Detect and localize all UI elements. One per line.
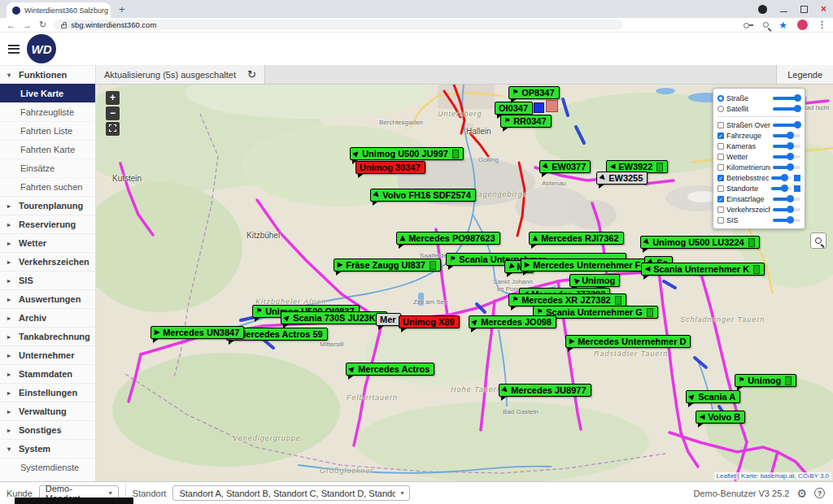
sidebar-section-system[interactable]: ▾System	[0, 439, 95, 458]
layer-row-einsatzlage[interactable]: ✓Einsatzlage	[717, 193, 800, 204]
checkbox-einsatzlage[interactable]: ✓	[717, 196, 724, 202]
app-logo[interactable]: WD	[27, 34, 56, 63]
extra-toggle-square[interactable]	[794, 175, 800, 181]
vehicle-label-unimog-30347[interactable]: Unimog 30347	[355, 161, 425, 174]
sidebar-item-fahrten-karte[interactable]: Fahrten Karte	[0, 140, 95, 159]
vehicle-label-mercedes-xr-jz7382[interactable]: ⚑Mercedes XR JZ7382	[508, 293, 626, 306]
opacity-slider[interactable]	[773, 97, 800, 100]
vehicle-label-mercedes-ju8977[interactable]: ▶Mercedes JU8977	[499, 384, 591, 397]
sidebar-section-archiv[interactable]: ▸Archiv	[0, 308, 95, 327]
checkbox-verkehrszeichen[interactable]	[717, 206, 724, 213]
back-icon[interactable]: ←	[7, 20, 15, 30]
opacity-slider[interactable]	[773, 208, 800, 211]
vehicle-label-unimog[interactable]: ⚑Unimog	[735, 374, 796, 387]
einsatz-zone-marker[interactable]	[546, 100, 558, 112]
vehicle-label-unimog-u500-ju997[interactable]: ▶Unimog U500 JU997	[350, 147, 464, 160]
sidebar-section-stammdaten[interactable]: ▸Stammdaten	[0, 364, 95, 383]
forward-icon[interactable]: →	[23, 20, 32, 30]
gear-icon[interactable]: ⚙	[796, 488, 807, 499]
sidebar-item-fahrten-liste[interactable]: Fahrten Liste	[0, 121, 95, 140]
legend-button[interactable]: Legende	[776, 65, 833, 84]
checkbox-standorte[interactable]	[717, 185, 724, 192]
help-icon[interactable]: ?	[814, 488, 825, 498]
sidebar-section-tankabrechnung[interactable]: ▸Tankabrechnung	[0, 327, 95, 345]
layer-row-stra-en-overlay[interactable]: Straßen Overlay	[717, 119, 800, 130]
sidebar-item-fahrten-suchen[interactable]: Fahrten suchen	[0, 177, 95, 196]
vehicle-label-unimog-u500-lu3224[interactable]: ▶Unimog U500 LU3224	[640, 236, 760, 249]
vehicle-label-mercedes-po987623[interactable]: ▶Mercedes PO987623	[396, 232, 500, 245]
radio-satellit[interactable]	[717, 106, 724, 112]
live-map[interactable]: HalleinGollingKufsteinKitzbühelSaalfelde…	[96, 85, 833, 481]
sidebar-section-wetter[interactable]: ▸Wetter	[0, 233, 95, 252]
vehicle-label-scania-730s-ju23ku[interactable]: ▶Scania 730S JU23KU	[281, 311, 387, 324]
refresh-icon[interactable]: ↻	[247, 68, 256, 80]
opacity-slider[interactable]	[773, 145, 800, 148]
vehicle-label-mercedes-un3847[interactable]: ▶Mercedes UN3847	[150, 326, 244, 339]
layer-row-kameras[interactable]: Kameras	[717, 141, 800, 151]
browser-menu-icon[interactable]: ⋮	[818, 20, 826, 30]
standort-select[interactable]: Standort A, Standort B, Standort C, Stan…	[172, 485, 410, 501]
checkbox-sis[interactable]	[717, 217, 724, 224]
new-tab-button[interactable]: +	[119, 3, 125, 15]
vehicle-label-oi0347[interactable]: OI0347	[495, 102, 533, 115]
opacity-slider[interactable]	[773, 198, 800, 201]
sidebar-section-verkehrszeichen[interactable]: ▸Verkehrszeichen	[0, 252, 95, 271]
vehicle-label-ew3255[interactable]: ▶EW3255	[596, 172, 648, 185]
map-search-button[interactable]	[810, 232, 826, 249]
radio-stra-e[interactable]	[717, 95, 724, 102]
bookmark-star-icon[interactable]: ★	[778, 20, 787, 31]
close-window-button[interactable]: ×	[821, 3, 826, 15]
vehicle-label-scania-a[interactable]: ▶Scania A	[686, 390, 740, 403]
vehicle-label-ew0377[interactable]: ▶EW0377	[539, 160, 591, 173]
vehicle-label-unimog-x89[interactable]: Unimog X89	[399, 315, 460, 328]
sidebar-section-auswertungen[interactable]: ▸Auswertungen	[0, 289, 95, 308]
profile-avatar[interactable]	[797, 20, 808, 30]
zoom-in-button[interactable]: +	[106, 91, 120, 105]
vehicle-label-volvo-b[interactable]: ▶Volvo B	[696, 411, 745, 424]
sidebar-item-live-karte[interactable]: Live Karte	[0, 84, 95, 102]
minimize-button[interactable]	[780, 11, 787, 12]
opacity-slider[interactable]	[773, 107, 800, 111]
layer-row-stra-e[interactable]: Straße	[717, 93, 800, 103]
layer-row-standorte[interactable]: Standorte	[717, 183, 800, 193]
map-attribution[interactable]: Leaflet | Karte: basemap.at, CC-BY 3.0	[714, 472, 831, 480]
zoom-page-icon[interactable]	[763, 22, 769, 28]
vehicle-label-volvo-fh16-sdf2574[interactable]: ▶Volvo FH16 SDF2574	[370, 189, 476, 202]
vehicle-label-fr-se-zaugg-ui837[interactable]: ▶Fräse Zaugg UI837	[334, 259, 441, 272]
layer-row-sis[interactable]: SIS	[717, 215, 800, 225]
sidebar-section-funktionen[interactable]: ▾Funktionen	[0, 65, 95, 84]
checkbox-kilometrierung[interactable]	[717, 164, 724, 171]
vehicle-label-unimog[interactable]: ▶Unimog	[569, 274, 620, 287]
checkbox-fahrzeuge[interactable]: ✓	[717, 133, 724, 139]
extension-icon[interactable]	[758, 5, 767, 14]
hamburger-menu-icon[interactable]	[8, 42, 20, 55]
vehicle-label-mercedes-unternehmer-d[interactable]: ▶Mercedes Unternehmer D	[565, 335, 691, 348]
sidebar-section-unternehmer[interactable]: ▸Unternehmer	[0, 345, 95, 364]
sidebar-item-eins-tze[interactable]: Einsätze	[0, 159, 95, 177]
vehicle-label-mercedes-unternehmer-f[interactable]: ▶Mercedes Unternehmer F	[521, 259, 645, 272]
password-key-icon[interactable]	[744, 23, 753, 28]
layer-row-wetter[interactable]: Wetter	[717, 151, 800, 162]
checkbox-kameras[interactable]	[717, 143, 724, 150]
sidebar-section-sis[interactable]: ▸SIS	[0, 271, 95, 289]
opacity-slider[interactable]	[773, 124, 800, 127]
opacity-slider[interactable]	[771, 176, 792, 180]
vehicle-label-rr0347[interactable]: ⚑RR0347	[500, 115, 552, 128]
sidebar-section-reservierung[interactable]: ▸Reservierung	[0, 215, 95, 233]
layer-row-verkehrszeichen[interactable]: Verkehrszeichen	[717, 204, 800, 215]
sidebar-section-einstellungen[interactable]: ▸Einstellungen	[0, 383, 95, 402]
sidebar-section-verwaltung[interactable]: ▸Verwaltung	[0, 402, 95, 420]
blue-square-marker[interactable]	[534, 102, 544, 113]
vehicle-label-op8347[interactable]: ⚑OP8347	[508, 86, 560, 99]
browser-tab[interactable]: Winterdienst360 Salzburg ×	[7, 2, 111, 18]
layer-row-satellit[interactable]: Satellit	[717, 103, 800, 114]
opacity-slider[interactable]	[773, 166, 800, 169]
vehicle-label-scania-unternehmer-k[interactable]: ▶Scania Unternehmer K	[641, 263, 765, 276]
layer-row-fahrzeuge[interactable]: ✓Fahrzeuge	[717, 130, 800, 141]
vehicle-label-mercedes-actros[interactable]: ▶Mercedes Actros	[346, 363, 434, 376]
sidebar-item-systemdienste[interactable]: Systemdienste	[0, 458, 95, 476]
checkbox-stra-en-overlay[interactable]	[717, 122, 724, 128]
layer-row-kilometrierung[interactable]: Kilometrierung	[717, 162, 800, 172]
checkbox-betriebsstrecken[interactable]: ✓	[717, 175, 724, 181]
sidebar-section-tourenplanung[interactable]: ▸Tourenplanung	[0, 196, 95, 215]
